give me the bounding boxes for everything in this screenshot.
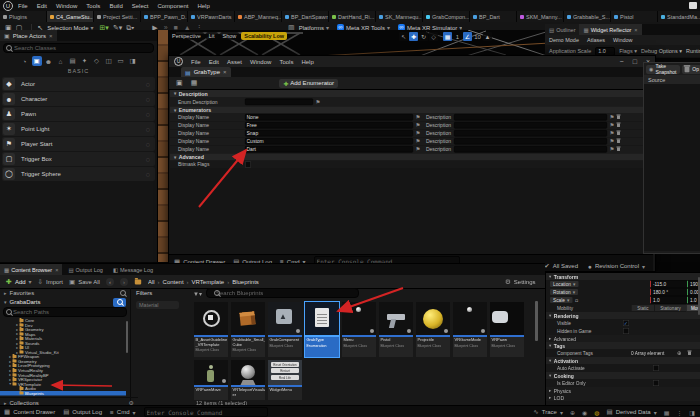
save-all-button[interactable]: ▣Save All	[69, 278, 100, 286]
display-name-input[interactable]	[245, 122, 413, 129]
save-icon[interactable]: ▣	[176, 79, 183, 87]
menu-build[interactable]: Build	[109, 3, 122, 9]
widget-reflector-tab[interactable]: ▦Widget Reflector×	[579, 24, 641, 35]
favorites-row[interactable]: ▸ Favorites	[0, 288, 130, 297]
grid-scrollbar[interactable]	[535, 301, 538, 341]
clear-array-icon[interactable]	[688, 351, 691, 355]
expander-icon[interactable]: ▸	[4, 290, 7, 296]
drag-handle-icon[interactable]: ◌	[146, 141, 150, 148]
tree-scrollbar[interactable]	[126, 321, 128, 353]
all-saved-status[interactable]: ✔All Saved	[544, 262, 578, 270]
runtime-validation-dropdown[interactable]: Runtime Validati	[686, 48, 700, 54]
drag-handle-icon[interactable]: ◌	[146, 126, 150, 133]
menu-help[interactable]: Help	[301, 59, 313, 65]
tab-c4-gamestate[interactable]: C4_GameStu...	[47, 11, 94, 22]
grid-snap-value[interactable]: 1	[453, 32, 462, 41]
asset-grabtype-selected[interactable]: GrabTypeEnumeration	[305, 302, 339, 357]
grabtype-titlebar[interactable]: U File Edit Asset Window Tools Help − □ …	[169, 56, 655, 67]
place-actor-row-actor[interactable]: ◆Actor◌	[2, 77, 155, 91]
menu-help[interactable]: Help	[197, 3, 209, 9]
localization-flag-icon[interactable]: ⚑	[416, 130, 421, 137]
display-name-input[interactable]	[245, 146, 413, 153]
asset-vrteleportvisualizer[interactable]: VRTeleportVisualizer	[231, 360, 265, 400]
breadcrumb-blueprints[interactable]: Blueprints	[232, 279, 259, 285]
lod-section-header[interactable]: ▸LOD	[546, 394, 700, 401]
tab-abp-mannequin[interactable]: ABP_Manneq...	[235, 11, 282, 22]
more-icon[interactable]: ⋮	[676, 409, 682, 416]
tab-pistol[interactable]: Pistol	[611, 11, 658, 22]
forward-button[interactable]: ›	[120, 278, 128, 286]
tab-bpp-pawn[interactable]: BPP_Pawn_D...	[141, 11, 188, 22]
scale-x-field[interactable]: 1.0	[650, 297, 688, 304]
search-paths-input[interactable]	[3, 307, 127, 317]
asset-b-assetguideline[interactable]: B_AssetGuideline_VRTemplateBlueprint Cla…	[194, 302, 228, 357]
close-icon[interactable]: ×	[634, 27, 637, 33]
geometry-category-icon[interactable]: ◇	[92, 56, 102, 66]
minimize-button[interactable]: −	[620, 58, 624, 65]
warning-icon[interactable]: ◍	[594, 409, 599, 416]
visible-checkbox[interactable]: ✓	[623, 320, 629, 326]
menu-window[interactable]: Window	[250, 59, 271, 65]
lights-category-icon[interactable]: ⌂	[56, 56, 66, 66]
perspective-dropdown[interactable]: Perspective	[169, 32, 204, 40]
tab-bp-dart[interactable]: BP_Dart	[470, 11, 517, 22]
cinematic-category-icon[interactable]: ▭	[116, 56, 126, 66]
recently-placed-icon[interactable]: ◔	[20, 56, 30, 66]
all-classes-category-icon[interactable]: ◨	[128, 56, 138, 66]
delete-enumerator-icon[interactable]	[617, 132, 620, 136]
localization-flag-icon[interactable]: ⚑	[609, 130, 614, 137]
delete-enumerator-icon[interactable]	[617, 116, 620, 120]
localization-flag-icon[interactable]: ⚑	[316, 98, 321, 105]
breadcrumb-content[interactable]: Content	[163, 279, 184, 285]
menu-window[interactable]: Window	[56, 3, 77, 9]
menu-file[interactable]: File	[18, 3, 28, 9]
menu-edit[interactable]: Edit	[37, 3, 47, 9]
enum-description-input[interactable]	[245, 98, 313, 105]
display-name-input[interactable]	[245, 138, 413, 145]
add-enumerator-button[interactable]: ✚ Add Enumerator	[279, 79, 338, 88]
tab-vrpawndarts[interactable]: VRPawnDarts	[188, 11, 235, 22]
localization-flag-icon[interactable]: ⚑	[416, 146, 421, 153]
close-icon[interactable]: ×	[223, 69, 227, 75]
debug-options-dropdown[interactable]: Debug Options ▾	[641, 48, 682, 54]
description-section-header[interactable]: ▾Description	[170, 90, 654, 97]
display-name-input[interactable]	[245, 130, 413, 137]
content-drawer-button[interactable]: ▦Content Drawer	[4, 408, 55, 416]
rotation-snap-icon[interactable]: ∠	[463, 32, 472, 41]
location-x-field[interactable]: -115.0	[650, 281, 688, 288]
place-actor-row-trigger-sphere[interactable]: ◯Trigger Sphere◌	[2, 167, 155, 181]
tab-plugins[interactable]: Plugins	[0, 11, 47, 22]
debug-icon[interactable]: ◉	[582, 409, 587, 416]
volumes-category-icon[interactable]: ◫	[104, 56, 114, 66]
transform-section-header[interactable]: ▾Transform	[546, 273, 700, 280]
menu-select[interactable]: Select	[132, 3, 149, 9]
description-input[interactable]	[454, 122, 607, 129]
basic-category-icon[interactable]: ▣	[32, 56, 42, 66]
rotate-tool-icon[interactable]: ↻	[419, 32, 428, 41]
effects-category-icon[interactable]: ✦	[80, 56, 90, 66]
tab-grabbable[interactable]: Grabbable_S...	[564, 11, 611, 22]
delete-enumerator-icon[interactable]	[617, 124, 620, 128]
browse-to-asset-icon[interactable]: ▦	[191, 79, 198, 87]
place-actor-row-character[interactable]: ☻Character◌	[2, 92, 155, 106]
shapes-category-icon[interactable]: ▤	[68, 56, 78, 66]
back-button[interactable]: ‹	[106, 278, 114, 286]
take-snapshot-button[interactable]: ◉Take Snapshot	[646, 65, 680, 74]
asset-pistol[interactable]: PistolBlueprint Class	[379, 302, 413, 357]
content-browser-tab[interactable]: ▦Content Browser×	[0, 264, 62, 275]
tab-sk-mannequin[interactable]: SK_Mannequ...	[376, 11, 423, 22]
scale-dropdown[interactable]: Scale▾	[550, 297, 572, 303]
close-icon[interactable]: ×	[55, 267, 58, 273]
description-input[interactable]	[454, 130, 607, 137]
display-name-input[interactable]	[245, 114, 413, 121]
enumerators-section-header[interactable]: ▾Enumerators	[170, 107, 654, 114]
tab-bp-dartspawn[interactable]: BP_DartSpawn	[282, 11, 329, 22]
tab-darthand[interactable]: DartHand_Ri...	[329, 11, 376, 22]
source-column-header[interactable]: Source	[644, 75, 700, 84]
characters-category-icon[interactable]: ☻	[44, 56, 54, 66]
menu-atlases[interactable]: Atlases	[587, 37, 605, 43]
bitmask-flags-checkbox[interactable]	[245, 161, 251, 167]
grid-snap-icon[interactable]: ▦	[443, 32, 452, 41]
drag-handle-icon[interactable]: ◌	[146, 111, 150, 118]
asset-widgetmenu[interactable]: Reset Orientation Restart Real Life Widg…	[268, 360, 302, 400]
